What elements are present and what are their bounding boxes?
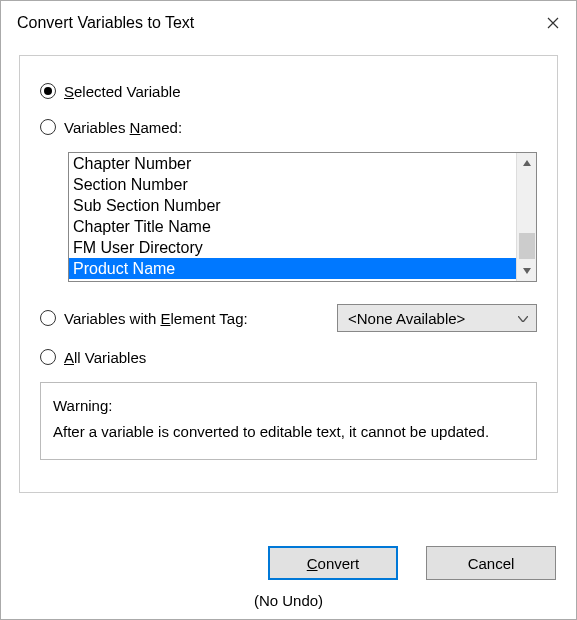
scroll-track [519, 173, 535, 261]
scroll-thumb[interactable] [519, 233, 535, 259]
radio-variables-named[interactable]: Variables Named: [40, 116, 537, 138]
radio-label: Variables Named: [64, 119, 182, 136]
titlebar: Convert Variables to Text [1, 1, 576, 45]
variables-listbox[interactable]: Chapter Number Section Number Sub Sectio… [68, 152, 537, 282]
radio-label: Selected Variable [64, 83, 180, 100]
scroll-up-icon[interactable] [517, 153, 536, 173]
radio-label: Variables with Element Tag: [64, 310, 248, 327]
no-undo-label: (No Undo) [1, 586, 576, 619]
radio-variables-with-element-tag[interactable]: Variables with Element Tag: [40, 307, 248, 329]
cancel-button[interactable]: Cancel [426, 546, 556, 580]
convert-variables-dialog: Convert Variables to Text Selected Varia… [0, 0, 577, 620]
radio-element-tag-row: Variables with Element Tag: <None Availa… [40, 304, 537, 332]
scrollbar[interactable] [516, 153, 536, 281]
list-item[interactable]: Chapter Number [69, 153, 516, 174]
dropdown-value: <None Available> [348, 310, 465, 327]
options-group: Selected Variable Variables Named: Chapt… [19, 55, 558, 493]
button-row: Convert Cancel [1, 532, 576, 586]
warning-box: Warning: After a variable is converted t… [40, 382, 537, 460]
warning-body: After a variable is converted to editabl… [53, 419, 524, 445]
scroll-down-icon[interactable] [517, 261, 536, 281]
button-label: Convert [307, 555, 360, 572]
radio-indicator [40, 83, 56, 99]
button-label: Cancel [468, 555, 515, 572]
radio-label: All Variables [64, 349, 146, 366]
list-item[interactable]: FM User Directory [69, 237, 516, 258]
content-area: Selected Variable Variables Named: Chapt… [1, 45, 576, 532]
list-item[interactable]: Chapter Title Name [69, 216, 516, 237]
radio-indicator [40, 310, 56, 326]
close-button[interactable] [530, 1, 576, 45]
radio-indicator [40, 349, 56, 365]
radio-all-variables[interactable]: All Variables [40, 346, 537, 368]
close-icon [547, 17, 559, 29]
radio-selected-variable[interactable]: Selected Variable [40, 80, 537, 102]
warning-heading: Warning: [53, 393, 524, 419]
list-item[interactable]: Product Name [69, 258, 516, 279]
window-title: Convert Variables to Text [17, 14, 194, 32]
radio-indicator [40, 119, 56, 135]
convert-button[interactable]: Convert [268, 546, 398, 580]
listbox-content: Chapter Number Section Number Sub Sectio… [69, 153, 516, 281]
list-item[interactable]: Sub Section Number [69, 195, 516, 216]
chevron-down-icon [518, 313, 528, 324]
list-item[interactable]: Section Number [69, 174, 516, 195]
element-tag-dropdown[interactable]: <None Available> [337, 304, 537, 332]
